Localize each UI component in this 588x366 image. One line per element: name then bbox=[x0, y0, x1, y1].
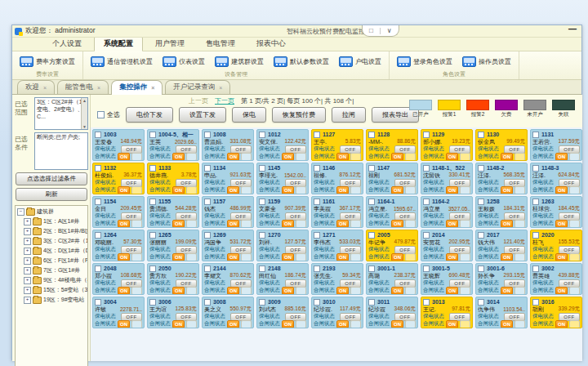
card-checkbox[interactable] bbox=[478, 299, 484, 306]
tree-node[interactable]: +15区：5#变站（3#... bbox=[24, 286, 87, 294]
hezha-on-toggle[interactable]: ON bbox=[391, 253, 403, 261]
meter-card[interactable]: 3013王记.97.81元保电状态OFF合闸状态ON bbox=[421, 297, 473, 328]
meter-card[interactable]: 3016胡刚339.29元保电状态OFF合闸状态ON bbox=[530, 297, 582, 328]
toolbar-button-设置下发[interactable]: 设置下发 bbox=[179, 107, 226, 123]
card-checkbox[interactable] bbox=[204, 266, 211, 272]
meter-card[interactable]: 1271李伟杰533.03元保电状态OFF合闸状态ON bbox=[311, 230, 363, 261]
meter-card[interactable]: 2193张先生.59.34元保电状态OFF合闸状态ON bbox=[311, 263, 363, 295]
tab-close-icon[interactable]: × bbox=[43, 85, 47, 91]
meter-card[interactable]: 1127王亭.5.83元保电状态OFF合闸状态ON bbox=[311, 129, 363, 161]
meter-card[interactable]: 2014安贾花202.95元保电状态OFF合闸状态ON bbox=[421, 230, 473, 261]
scroll-down-icon[interactable]: ▼ bbox=[82, 124, 87, 129]
tab-close-icon[interactable]: × bbox=[219, 85, 222, 91]
meter-card[interactable]: 3006王为谊125.83元保电状态OFF合闸状态ON bbox=[147, 297, 199, 328]
tab-close-icon[interactable]: × bbox=[97, 85, 100, 91]
meter-card[interactable]: 1129邵小娜.19.23元保电状态OFF合闸状态ON bbox=[421, 129, 473, 161]
meter-card[interactable]: 1133德井燕.3.78元保电状态OFF合闸状态ON bbox=[147, 163, 199, 194]
ribbon-button-建筑群设置[interactable]: 建筑群设置 bbox=[212, 55, 266, 69]
card-checkbox[interactable] bbox=[423, 132, 430, 138]
hezha-on-toggle[interactable]: ON bbox=[336, 153, 349, 161]
card-checkbox[interactable] bbox=[368, 266, 375, 272]
filter-select-button[interactable]: 点选选择过滤条件 bbox=[16, 172, 87, 185]
ribbon-button-通信管理机设置[interactable]: 通信管理机设置 bbox=[88, 55, 155, 69]
meter-card[interactable]: 3014仇争伟1103.54..保电状态OFF合闸状态ON bbox=[475, 297, 528, 328]
meter-card[interactable]: 1164-2冯立星3527.05..保电状态OFF合闸状态ON bbox=[421, 196, 473, 228]
hezha-on-toggle[interactable]: ON bbox=[118, 253, 130, 261]
hezha-on-toggle[interactable]: ON bbox=[282, 186, 294, 194]
hezha-on-toggle[interactable]: ON bbox=[282, 153, 294, 161]
hezha-on-toggle[interactable]: ON bbox=[118, 220, 130, 228]
card-checkbox[interactable] bbox=[314, 199, 320, 205]
scroll-up-icon[interactable]: ▲ bbox=[82, 98, 87, 103]
hezha-on-toggle[interactable]: ON bbox=[501, 287, 513, 295]
hezha-on-toggle[interactable]: ON bbox=[227, 220, 239, 228]
meter-card[interactable]: 2020桂飞155.53元保电状态OFF合闸状态ON bbox=[530, 230, 582, 261]
card-checkbox[interactable] bbox=[259, 232, 265, 239]
tree-node[interactable]: +19区：9#变电站（... bbox=[24, 296, 87, 304]
hezha-on-toggle[interactable]: ON bbox=[336, 220, 349, 228]
tree-expand-icon[interactable]: + bbox=[24, 297, 31, 304]
card-checkbox[interactable] bbox=[95, 199, 101, 205]
selected-range-box[interactable]: 3区：C区2#井（1#变电、2#变电）、C... ▲▼ bbox=[34, 97, 88, 130]
card-checkbox[interactable] bbox=[478, 165, 484, 172]
card-checkbox[interactable] bbox=[423, 232, 430, 239]
tree-node[interactable]: +1区：A区1#井 bbox=[24, 217, 87, 225]
meter-card[interactable]: 1265张丽丽199.09元保电状态OFF合闸状态ON bbox=[147, 230, 199, 261]
tree-expand-icon[interactable]: + bbox=[24, 228, 31, 235]
meter-card[interactable]: 1148-1、522沈留铁330.41元保电状态OFF合闸状态ON bbox=[421, 163, 473, 194]
menu-item-用户管理[interactable]: 用户管理 bbox=[146, 37, 194, 51]
tab-close-icon[interactable]: × bbox=[151, 85, 154, 91]
card-checkbox[interactable] bbox=[149, 232, 156, 239]
card-checkbox[interactable] bbox=[314, 165, 320, 172]
hezha-on-toggle[interactable]: ON bbox=[227, 153, 239, 161]
card-checkbox[interactable] bbox=[423, 266, 430, 272]
tab-欢迎[interactable]: 欢迎× bbox=[17, 80, 55, 94]
meter-card[interactable]: 1164-1冯立星.1595.67..保电状态OFF合闸状态ON bbox=[366, 196, 418, 228]
meter-card[interactable]: 2017钱大伟121.40元保电状态OFF合闸状态ON bbox=[475, 230, 528, 261]
hezha-on-toggle[interactable]: ON bbox=[446, 220, 458, 228]
meter-card[interactable]: 1263桂球营.184.45元保电状态OFF合闸状态ON bbox=[530, 196, 582, 228]
hezha-on-toggle[interactable]: ON bbox=[446, 320, 458, 328]
minimize-button[interactable]: — bbox=[568, 25, 577, 33]
hezha-on-toggle[interactable]: ON bbox=[172, 320, 185, 328]
hezha-on-toggle[interactable]: ON bbox=[172, 153, 185, 161]
tree-expand-icon[interactable]: + bbox=[24, 248, 31, 255]
hezha-on-toggle[interactable]: ON bbox=[227, 186, 239, 194]
meter-card[interactable]: 3009刘武杰885.16元保电状态OFF合闸状态ON bbox=[256, 297, 309, 328]
meter-card[interactable]: 3004许敏2278.71..保电状态OFF合闸状态ON bbox=[92, 297, 145, 328]
card-checkbox[interactable] bbox=[259, 299, 265, 306]
hezha-on-toggle[interactable]: ON bbox=[118, 320, 130, 328]
hezha-on-toggle[interactable]: ON bbox=[501, 153, 513, 161]
card-checkbox[interactable] bbox=[478, 132, 484, 138]
card-checkbox[interactable] bbox=[478, 232, 484, 239]
tab-开户记录查询[interactable]: 开户记录查询× bbox=[165, 80, 230, 94]
meter-card[interactable]: 1130侯金凤99.49元保电状态OFF合闸状态ON bbox=[475, 129, 528, 161]
card-checkbox[interactable] bbox=[368, 232, 375, 239]
card-checkbox[interactable] bbox=[423, 165, 430, 172]
tree-root[interactable]: −建筑群 bbox=[17, 208, 87, 216]
card-checkbox[interactable] bbox=[259, 132, 265, 138]
meter-card[interactable]: 1154金日209.45元保电状态OFF合闸状态ON bbox=[92, 196, 145, 228]
hezha-on-toggle[interactable]: ON bbox=[227, 320, 239, 328]
meter-card[interactable]: 1004-5、相一王英2029.66..保电状态OFF合闸状态ON bbox=[147, 129, 199, 161]
card-checkbox[interactable] bbox=[532, 199, 539, 205]
hezha-on-toggle[interactable]: ON bbox=[282, 287, 294, 295]
tree-expand-icon[interactable]: + bbox=[24, 238, 31, 245]
card-checkbox[interactable] bbox=[259, 165, 265, 172]
card-checkbox[interactable] bbox=[95, 132, 101, 138]
hezha-on-toggle[interactable]: ON bbox=[391, 220, 403, 228]
hezha-on-toggle[interactable]: ON bbox=[501, 320, 513, 328]
meter-card[interactable]: 1008曹温娟.331.08元保电状态OFF合闸状态ON bbox=[202, 129, 254, 161]
toolbar-button-拉闸[interactable]: 拉闸 bbox=[332, 107, 366, 123]
hezha-on-toggle[interactable]: ON bbox=[446, 287, 458, 295]
ribbon-button-操作员设置[interactable]: 操作员设置 bbox=[460, 55, 514, 69]
card-checkbox[interactable] bbox=[478, 266, 484, 272]
hezha-on-toggle[interactable]: ON bbox=[555, 253, 568, 261]
meter-card[interactable]: 1147祖刚681.52元保电状态OFF合闸状态ON bbox=[366, 163, 418, 194]
menu-item-报表中心[interactable]: 报表中心 bbox=[247, 37, 295, 51]
tree-node[interactable]: +6区：F区1#井（F区... bbox=[24, 257, 87, 265]
meter-card[interactable]: 1146祖修.876.12元保电状态OFF合闸状态ON bbox=[311, 163, 363, 194]
hezha-on-toggle[interactable]: ON bbox=[391, 287, 403, 295]
card-checkbox[interactable] bbox=[368, 199, 375, 205]
range-scrollbar[interactable]: ▲▼ bbox=[81, 98, 87, 129]
